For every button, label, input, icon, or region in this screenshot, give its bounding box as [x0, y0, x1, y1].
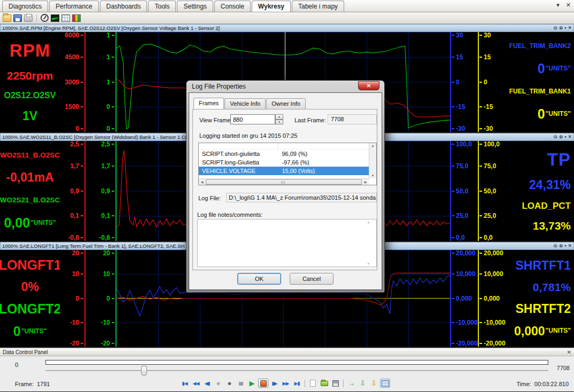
- axis-tick-label: 50,0: [452, 188, 468, 194]
- panel-close-icon[interactable]: ✕: [568, 26, 572, 30]
- save-file-icon[interactable]: [13, 14, 22, 22]
- scrollbar-thumb[interactable]: [206, 179, 362, 185]
- series-name-load-pct: LOAD_PCT: [522, 201, 571, 211]
- dcp-titlebar[interactable]: Data Control Panel ✕: [0, 348, 574, 356]
- panel-minimize-icon[interactable]: ⊖: [553, 26, 557, 30]
- frame-slider-track[interactable]: [45, 366, 548, 378]
- panel-minimize-icon[interactable]: ⊖: [553, 244, 557, 248]
- panel-close-icon[interactable]: ✕: [568, 244, 572, 248]
- transport-controls: ▮◀◀◀◀▮●●▮▮▶▮▶▶▶▶▮→⇩⇩: [180, 379, 390, 388]
- panel-maximize-icon[interactable]: ⊕: [559, 244, 563, 248]
- series-value-shrtft1: 0,781%: [533, 281, 571, 294]
- axis-tick-label: 10: [103, 271, 114, 277]
- list-horizontal-scrollbar[interactable]: ◀ ▶: [199, 178, 369, 185]
- panel-titlebar[interactable]: 1000% SAE.RPM [Engine RPM], SAE.O2S12.O2…: [0, 24, 574, 32]
- panel-maximize-icon[interactable]: ⊕: [559, 26, 563, 30]
- tab-vehicle-info[interactable]: Vehicle Info: [224, 98, 266, 109]
- tab-wykresy[interactable]: Wykresy: [252, 1, 291, 12]
- panel-restore-icon[interactable]: ▪: [564, 244, 566, 248]
- panel-restore-icon[interactable]: ▪: [564, 135, 566, 139]
- cancel-button[interactable]: Cancel: [290, 273, 333, 285]
- dialog-title: Log File Properties: [192, 83, 246, 90]
- scroll-left-icon[interactable]: ◀: [199, 180, 205, 184]
- record-button[interactable]: ●: [224, 379, 235, 388]
- stop-button[interactable]: [258, 379, 268, 388]
- tab-settings[interactable]: Settings: [177, 1, 213, 12]
- new-log-file-button[interactable]: [308, 379, 318, 388]
- tab-console[interactable]: Console: [214, 1, 251, 12]
- axis-tick-label: 50,0: [479, 188, 496, 194]
- axis-tick-label: -10: [101, 319, 114, 326]
- step-forward-button[interactable]: ▮▶: [269, 379, 280, 388]
- app-close-icon[interactable]: ✕: [566, 2, 571, 9]
- table-view-icon[interactable]: [61, 14, 70, 22]
- skip-start-button[interactable]: ▮◀: [180, 379, 190, 388]
- axis-tick-label: 20: [72, 250, 83, 256]
- export-down-button[interactable]: ⇩: [358, 379, 368, 388]
- spinner-up-icon[interactable]: ▲: [275, 114, 283, 120]
- panel-close-icon[interactable]: ✕: [568, 135, 572, 139]
- open-file-icon[interactable]: [3, 14, 11, 22]
- view-frame-input[interactable]: [230, 114, 275, 124]
- skip-end-button[interactable]: ▶▮: [292, 379, 302, 388]
- tab-tabele-i-mapy[interactable]: Tabele i mapy: [292, 1, 344, 12]
- tab-diagnostics[interactable]: Diagnostics: [2, 1, 48, 12]
- scroll-right-icon[interactable]: ▶: [362, 180, 369, 184]
- table-view-button[interactable]: [380, 379, 390, 388]
- axis-tick-label: 0: [106, 295, 114, 302]
- tab-owner-info[interactable]: Owner Info: [266, 98, 306, 109]
- scroll-up-icon[interactable]: ▲: [367, 219, 370, 225]
- panel-maximize-icon[interactable]: ⊕: [559, 135, 563, 139]
- chart-view-icon[interactable]: [51, 14, 59, 22]
- right-readout-block: SHRTFT1 0,781% SHRTFT2 0,000"UNITS": [506, 250, 574, 347]
- tab-frames[interactable]: Frames: [193, 98, 224, 109]
- fast-rewind-button[interactable]: ◀◀: [191, 379, 201, 388]
- menu-dropdown-icon[interactable]: ▾: [556, 2, 560, 9]
- step-back-button[interactable]: ◀▮: [202, 379, 212, 388]
- series-name-shrtft2: SHRTFT2: [516, 302, 571, 316]
- ok-button[interactable]: OK: [237, 273, 281, 285]
- open-log-file-button[interactable]: [319, 379, 329, 388]
- dialog-titlebar[interactable]: Log File Properties: [187, 81, 384, 92]
- save-log-file-button[interactable]: [330, 379, 340, 388]
- gauge-view-icon[interactable]: [41, 14, 49, 22]
- scroll-up-icon[interactable]: ▲: [371, 143, 375, 148]
- panel-minimize-icon[interactable]: ⊖: [553, 135, 557, 139]
- axis-tick-label: 0: [106, 104, 114, 110]
- record-outer-button[interactable]: ●: [213, 379, 223, 388]
- axis-tick-label: 10,000: [452, 271, 476, 277]
- notes-textarea[interactable]: [197, 219, 377, 267]
- scroll-down-icon[interactable]: ▼: [367, 261, 370, 266]
- axis-fuel-trim-bank1: 30150-15-30: [478, 32, 506, 132]
- notes-label: Log file notes/comments:: [197, 211, 262, 218]
- spinner-down-icon[interactable]: ▼: [275, 120, 283, 125]
- axis-tick-label: 75,0: [479, 163, 496, 169]
- log-item-row[interactable]: SCRIPT.short-giulietta96,09 (%): [199, 150, 376, 158]
- save-log-file-icon: [332, 380, 339, 387]
- panel-restore-icon[interactable]: ▪: [564, 26, 566, 30]
- dcp-close-icon[interactable]: ✕: [567, 349, 571, 355]
- toolbar-divider: [36, 14, 37, 22]
- print-icon[interactable]: [24, 14, 33, 22]
- fast-forward-button[interactable]: ▶▶: [281, 379, 291, 388]
- notes-scrollbar[interactable]: ▲ ▼: [365, 219, 372, 266]
- axis-tick-label: 100,0: [479, 141, 500, 147]
- tab-tools[interactable]: Tools: [148, 1, 176, 12]
- tab-performance[interactable]: Performance: [49, 1, 99, 12]
- axis-tick-label: -20,000: [452, 340, 478, 347]
- tab-dashboards[interactable]: Dashboards: [100, 1, 148, 12]
- log-item-row[interactable]: VEHICLE.VOLTAGE15,00 (Volts): [199, 167, 376, 175]
- export-frames-button[interactable]: →: [346, 379, 356, 388]
- import-down-button[interactable]: ⇩: [369, 379, 379, 388]
- axis-tick-label: 20,000: [452, 250, 476, 256]
- dialog-close-button[interactable]: ✕: [358, 81, 379, 90]
- axis-tick-label: 1: [106, 79, 114, 85]
- scroll-down-icon[interactable]: ▼: [371, 173, 375, 178]
- map-view-icon[interactable]: [72, 14, 81, 22]
- left-readout-block: LONGFT1 0% LONGFT2 0"UNITS": [0, 250, 60, 347]
- frame-slider-thumb[interactable]: [141, 366, 147, 376]
- log-item-row[interactable]: SCRIPT.long-Giulietta-97,66 (%): [199, 158, 376, 167]
- pause-button[interactable]: ▮▮: [236, 379, 246, 388]
- list-vertical-scrollbar[interactable]: ▲ ▼: [369, 143, 376, 178]
- play-button[interactable]: ▶: [247, 379, 257, 388]
